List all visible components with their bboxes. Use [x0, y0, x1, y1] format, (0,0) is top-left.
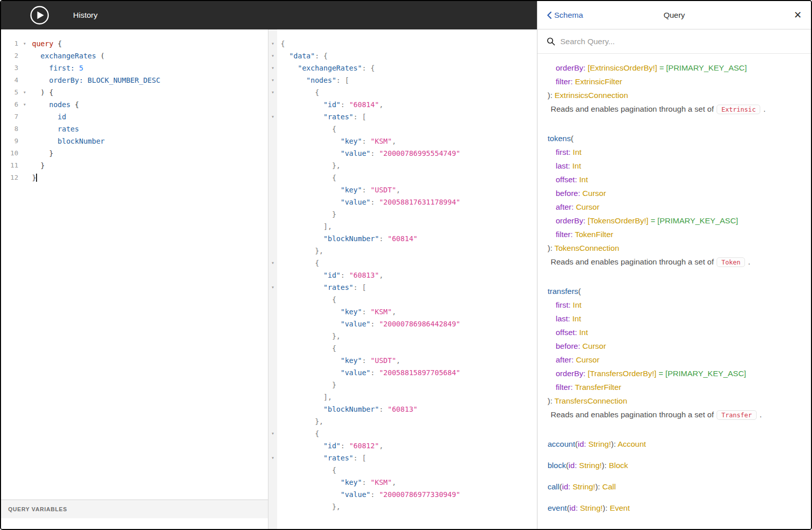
- doc-return-type[interactable]: TransfersConnection: [555, 396, 627, 405]
- result-line: {: [268, 172, 537, 184]
- doc-return-type[interactable]: TokensConnection: [555, 244, 620, 252]
- fold-gutter-spacer: [268, 476, 277, 488]
- doc-field-name[interactable]: block: [548, 461, 566, 470]
- fold-gutter-spacer: [268, 415, 277, 427]
- fold-arrow-icon[interactable]: ▾: [268, 74, 277, 86]
- fold-arrow-icon[interactable]: ▾: [268, 427, 277, 440]
- doc-arg-type[interactable]: Cursor: [576, 203, 600, 211]
- editor-line-6[interactable]: 6▾ nodes {: [1, 98, 268, 111]
- fold-gutter-spacer: [20, 123, 29, 135]
- doc-return-type[interactable]: Event: [610, 504, 630, 512]
- result-line: "key": "USDT",: [268, 184, 537, 196]
- doc-arg-type[interactable]: ExtrinsicFilter: [575, 77, 622, 86]
- doc-field-name[interactable]: event: [548, 504, 567, 512]
- doc-search-bar: [537, 29, 811, 54]
- editor-line-1[interactable]: 1▾query {: [1, 38, 268, 50]
- doc-field-name[interactable]: account: [548, 440, 575, 448]
- doc-search-input[interactable]: [560, 37, 802, 46]
- doc-return-type[interactable]: Block: [609, 461, 628, 470]
- fold-gutter-spacer: [20, 172, 29, 184]
- doc-field-name[interactable]: call: [548, 482, 559, 491]
- doc-return-type[interactable]: Account: [618, 440, 646, 448]
- query-variables-header[interactable]: QUERY VARIABLES: [1, 500, 268, 518]
- doc-arg-type[interactable]: Cursor: [583, 342, 606, 350]
- doc-arg-type[interactable]: Int: [579, 328, 588, 337]
- fold-arrow-icon[interactable]: ▾: [268, 86, 277, 98]
- code-line-text: "value": "20000786986442849": [277, 318, 460, 330]
- fold-gutter-spacer: [268, 123, 277, 135]
- editor-line-10[interactable]: 10 }: [1, 147, 268, 159]
- fold-gutter-spacer: [268, 354, 277, 367]
- doc-arg-type[interactable]: Cursor: [576, 355, 600, 364]
- editor-line-4[interactable]: 4 orderBy: BLOCK_NUMBER_DESC: [1, 74, 268, 86]
- fold-arrow-icon[interactable]: ▾: [268, 62, 277, 74]
- result-line: ▾ "exchangeRates": {: [268, 62, 537, 74]
- type-link-Transfer[interactable]: Transfer: [717, 410, 756, 420]
- code-line-text: "value": "20000786977330949": [277, 488, 460, 501]
- doc-arg-type[interactable]: [ExtrinsicsOrderBy!]: [588, 63, 657, 72]
- editor-line-11[interactable]: 11 }: [1, 159, 268, 172]
- fold-arrow-icon[interactable]: ▾: [268, 38, 277, 50]
- fold-gutter-spacer: [20, 50, 29, 62]
- result-line: },: [268, 415, 537, 427]
- editor-line-5[interactable]: 5▾ ) {: [1, 86, 268, 98]
- fold-gutter-spacer: [268, 147, 277, 159]
- type-link-Token[interactable]: Token: [717, 257, 745, 267]
- doc-arg-type[interactable]: TokenFilter: [575, 230, 614, 239]
- doc-arg-name: orderBy:: [556, 216, 586, 225]
- doc-entry-extrinsics: orderBy: [ExtrinsicsOrderBy!] = [PRIMARY…: [548, 61, 801, 116]
- doc-arg-name: filter:: [556, 230, 573, 239]
- code-line-text: {: [277, 38, 285, 50]
- doc-arg-type[interactable]: TransferFilter: [575, 383, 622, 391]
- doc-field-name[interactable]: transfers: [548, 287, 578, 295]
- editor-line-7[interactable]: 7 id: [1, 111, 268, 123]
- doc-arg-type[interactable]: Int: [579, 175, 588, 184]
- doc-arg-type[interactable]: [TokensOrderBy!]: [588, 216, 649, 225]
- code-line-text: {: [277, 123, 336, 135]
- doc-arg-type[interactable]: Int: [572, 314, 581, 323]
- doc-arg-name: first:: [556, 301, 570, 309]
- doc-field-name[interactable]: tokens: [548, 134, 571, 143]
- fold-arrow-icon[interactable]: ▾: [20, 98, 29, 111]
- doc-arg-type[interactable]: String!: [588, 440, 611, 448]
- doc-description-period: .: [748, 257, 750, 266]
- doc-arg-type[interactable]: [TransfersOrderBy!]: [588, 369, 657, 378]
- doc-return-type[interactable]: Call: [602, 482, 616, 491]
- fold-arrow-icon[interactable]: ▾: [268, 50, 277, 62]
- doc-arg-type[interactable]: Cursor: [583, 189, 606, 197]
- editor-line-9[interactable]: 9 blockNumber: [1, 135, 268, 147]
- type-link-Extrinsic[interactable]: Extrinsic: [717, 105, 760, 114]
- fold-arrow-icon[interactable]: ▾: [20, 86, 29, 98]
- editor-line-12[interactable]: 12}: [1, 172, 268, 184]
- fold-gutter-spacer: [268, 501, 277, 513]
- editor-line-8[interactable]: 8 rates: [1, 123, 268, 135]
- doc-close-button[interactable]: ✕: [794, 9, 802, 21]
- code-line-text: query {: [29, 38, 62, 50]
- fold-gutter-spacer: [268, 318, 277, 330]
- fold-gutter-spacer: [20, 74, 29, 86]
- execute-query-button[interactable]: [29, 5, 50, 25]
- doc-arg-type[interactable]: Int: [573, 301, 582, 309]
- doc-arg-type[interactable]: String!: [580, 504, 603, 512]
- doc-back-button[interactable]: Schema: [547, 11, 583, 20]
- fold-gutter-spacer: [20, 111, 29, 123]
- code-line-text: "exchangeRates": {: [277, 62, 375, 74]
- fold-arrow-icon[interactable]: ▾: [268, 257, 277, 269]
- fold-arrow-icon[interactable]: ▾: [20, 38, 29, 50]
- doc-return-type[interactable]: ExtrinsicsConnection: [555, 91, 628, 100]
- editor-line-2[interactable]: 2 exchangeRates (: [1, 50, 268, 62]
- fold-arrow-icon[interactable]: ▾: [268, 452, 277, 464]
- doc-arg-type[interactable]: String!: [579, 461, 602, 470]
- query-editor[interactable]: 1▾query {2 exchangeRates (3 first: 54 or…: [1, 29, 268, 500]
- fold-arrow-icon[interactable]: ▾: [268, 111, 277, 123]
- fold-gutter-spacer: [20, 62, 29, 74]
- doc-arg-type[interactable]: Int: [573, 148, 582, 156]
- variables-editor-collapsed[interactable]: [1, 518, 268, 529]
- code-line-text: "id": "60812",: [277, 440, 383, 452]
- result-line: "value": "20000786977330949": [268, 488, 537, 501]
- fold-arrow-icon[interactable]: ▾: [268, 281, 277, 293]
- doc-arg-type[interactable]: Int: [572, 161, 581, 170]
- editor-line-3[interactable]: 3 first: 5: [1, 62, 268, 74]
- history-button[interactable]: History: [73, 11, 97, 20]
- doc-arg-type[interactable]: String!: [572, 482, 595, 491]
